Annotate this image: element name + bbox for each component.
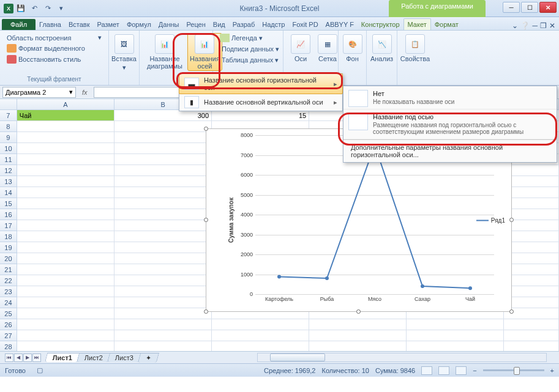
cell[interactable] [17, 165, 114, 176]
ribbon-minimize-icon[interactable]: ⌄ [512, 21, 518, 30]
cell[interactable] [17, 286, 114, 297]
row-header[interactable]: 14 [0, 187, 17, 198]
tab-view[interactable]: Вид [209, 19, 229, 30]
view-normal-button[interactable] [421, 366, 432, 375]
cell[interactable] [407, 319, 504, 330]
cell[interactable] [114, 231, 212, 242]
row-header[interactable]: 21 [0, 264, 17, 275]
row-header[interactable]: 10 [0, 143, 17, 154]
cell[interactable] [17, 132, 114, 143]
cell[interactable] [504, 341, 559, 351]
axes-button[interactable]: 📈Оси [288, 33, 313, 64]
row-header[interactable]: 12 [0, 165, 17, 176]
chart-title-button[interactable]: 📊 Название диаграммы [144, 33, 185, 71]
tab-data[interactable]: Данны [155, 19, 183, 30]
cell[interactable] [504, 253, 559, 264]
minimize-button[interactable]: ─ [503, 2, 520, 13]
cell[interactable] [114, 143, 212, 154]
cell[interactable] [17, 319, 114, 330]
doc-close-icon[interactable]: ✕ [549, 21, 555, 30]
cell[interactable] [114, 187, 212, 198]
cell[interactable] [407, 341, 504, 351]
cell[interactable] [504, 275, 559, 286]
cell[interactable] [309, 330, 407, 341]
submenu-vertical-axis-title[interactable]: ▮ Название основной вертикальной оси▸ [179, 94, 342, 111]
new-sheet-button[interactable]: ✦ [138, 353, 159, 363]
row-header[interactable]: 25 [0, 308, 17, 319]
sheet-tab-1[interactable]: Лист1 [45, 353, 80, 362]
chart-element-selector[interactable]: Область построения▾ [5, 33, 103, 42]
doc-minimize-icon[interactable]: ─ [532, 21, 538, 30]
name-box[interactable]: Диаграмма 2▾ [2, 87, 76, 98]
cell[interactable] [504, 187, 559, 198]
row-header[interactable]: 28 [0, 341, 17, 351]
cell[interactable] [17, 176, 114, 187]
maximize-button[interactable]: ☐ [521, 2, 538, 13]
sheet-tab-3[interactable]: Лист3 [107, 353, 141, 362]
row-header[interactable]: 23 [0, 286, 17, 297]
redo-icon[interactable]: ↷ [42, 2, 54, 15]
sheet-nav-buttons[interactable]: ⏮◀▶⏭ [5, 353, 41, 362]
select-all-corner[interactable] [0, 99, 17, 109]
cell[interactable] [114, 330, 212, 341]
cell[interactable] [504, 231, 559, 242]
cell[interactable] [504, 242, 559, 253]
cell[interactable] [504, 297, 559, 308]
tab-chart-design[interactable]: Конструктор [358, 19, 403, 30]
tab-addins[interactable]: Надстр [258, 19, 288, 30]
cell[interactable] [212, 341, 309, 351]
cell[interactable] [309, 341, 407, 351]
cell[interactable] [114, 242, 212, 253]
col-header-a[interactable]: A [17, 99, 114, 109]
view-page-break-button[interactable] [456, 366, 467, 375]
fx-icon[interactable]: fx [78, 89, 91, 96]
tab-home[interactable]: Главна [36, 19, 65, 30]
cell[interactable] [114, 275, 212, 286]
cell[interactable] [407, 330, 504, 341]
cell[interactable] [114, 264, 212, 275]
cell[interactable] [17, 264, 114, 275]
cell[interactable] [17, 297, 114, 308]
horizontal-scrollbar[interactable] [257, 353, 547, 362]
row-header[interactable]: 26 [0, 319, 17, 330]
cell[interactable] [309, 319, 407, 330]
help-icon[interactable]: ❔ [520, 21, 530, 30]
close-button[interactable]: ✕ [539, 2, 557, 13]
doc-restore-icon[interactable]: ❐ [540, 21, 547, 30]
row-header[interactable]: 16 [0, 209, 17, 220]
cell[interactable] [17, 121, 114, 132]
cell[interactable] [17, 275, 114, 286]
cell[interactable] [212, 330, 309, 341]
row-header[interactable]: 18 [0, 231, 17, 242]
zoom-slider[interactable] [483, 369, 544, 371]
row-header[interactable]: 27 [0, 330, 17, 341]
cell[interactable] [17, 187, 114, 198]
tab-layout[interactable]: Размет [94, 19, 123, 30]
tab-abbyy[interactable]: ABBYY F [322, 19, 358, 30]
row-header[interactable]: 17 [0, 220, 17, 231]
zoom-out-button[interactable]: − [473, 367, 476, 374]
cell[interactable] [212, 319, 309, 330]
background-button[interactable]: 🎨Фон [343, 33, 361, 64]
row-header[interactable]: 20 [0, 253, 17, 264]
tab-foxit[interactable]: Foxit PD [288, 19, 321, 30]
zoom-in-button[interactable]: + [550, 367, 554, 374]
cell[interactable] [17, 143, 114, 154]
reset-style-button[interactable]: Восстановить стиль [5, 54, 103, 64]
gridlines-button[interactable]: ▦Сетка [315, 33, 340, 64]
row-header[interactable]: 13 [0, 176, 17, 187]
row-header[interactable]: 19 [0, 242, 17, 253]
cell[interactable] [114, 297, 212, 308]
macro-record-icon[interactable]: ▢ [37, 366, 43, 374]
cell[interactable] [504, 286, 559, 297]
cell[interactable] [114, 341, 212, 351]
cell[interactable]: 15 [212, 110, 309, 121]
row-header[interactable]: 22 [0, 275, 17, 286]
row-header[interactable]: 8 [0, 121, 17, 132]
cell[interactable] [114, 209, 212, 220]
option-none[interactable]: Нет Не показывать название оси [343, 86, 557, 109]
cell[interactable] [17, 341, 114, 351]
analysis-button[interactable]: 📉Анализ [372, 33, 392, 64]
cell[interactable] [114, 132, 212, 143]
option-more-axis-title-options[interactable]: Дополнительные параметры названия основн… [343, 139, 557, 162]
